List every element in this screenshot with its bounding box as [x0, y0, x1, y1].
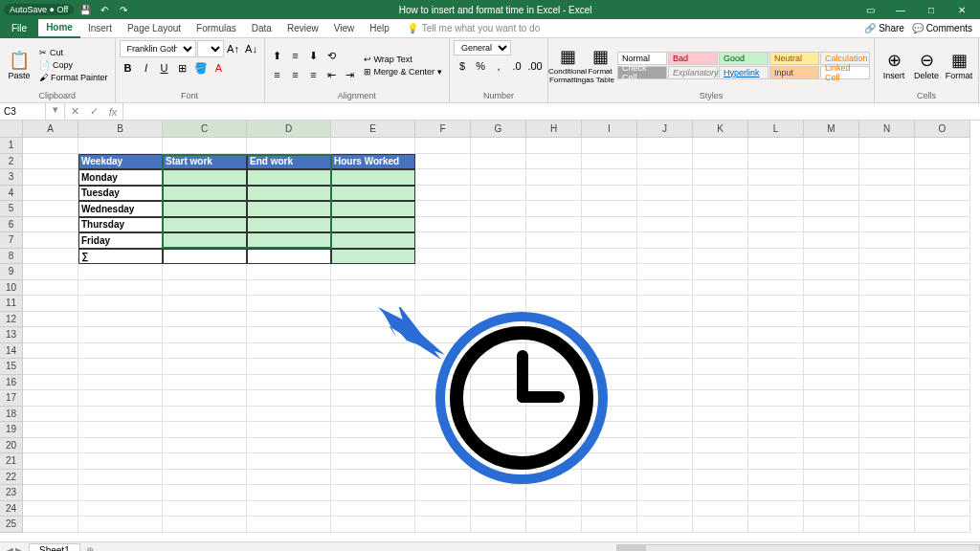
- cell-A19[interactable]: [23, 422, 78, 438]
- cell-I21[interactable]: [582, 453, 637, 470]
- cell-D23[interactable]: [247, 485, 331, 501]
- row-header-10[interactable]: 10: [0, 280, 23, 297]
- cell-O13[interactable]: [915, 327, 970, 343]
- cell-H1[interactable]: [526, 138, 582, 154]
- cell-J8[interactable]: [637, 249, 693, 265]
- cell-M1[interactable]: [804, 138, 859, 154]
- cell-C6[interactable]: [163, 217, 247, 233]
- tab-view[interactable]: View: [326, 19, 363, 38]
- row-header-16[interactable]: 16: [0, 375, 23, 391]
- style-explanatory[interactable]: Explanatory: [668, 66, 718, 79]
- cell-K19[interactable]: [693, 422, 748, 438]
- cell-J7[interactable]: [637, 232, 693, 249]
- row-header-17[interactable]: 17: [0, 390, 23, 407]
- cell-D2[interactable]: End work: [247, 154, 331, 170]
- cell-G4[interactable]: [471, 186, 526, 202]
- cell-C11[interactable]: [163, 296, 247, 312]
- cell-B9[interactable]: [78, 264, 163, 280]
- cell-C22[interactable]: [163, 470, 247, 486]
- cell-H7[interactable]: [526, 232, 582, 249]
- cell-O1[interactable]: [915, 138, 970, 154]
- cell-G21[interactable]: [471, 453, 526, 470]
- cell-G11[interactable]: [471, 296, 526, 312]
- comma-icon[interactable]: ,: [490, 57, 507, 75]
- cell-K14[interactable]: [693, 343, 748, 360]
- cell-J1[interactable]: [637, 138, 693, 154]
- cell-E5[interactable]: [331, 201, 415, 217]
- insert-function-icon[interactable]: fx: [103, 103, 122, 120]
- cell-N20[interactable]: [859, 438, 915, 454]
- cell-M3[interactable]: [804, 169, 859, 186]
- cell-M11[interactable]: [804, 296, 859, 312]
- col-header-L[interactable]: L: [748, 121, 804, 138]
- cell-I19[interactable]: [582, 422, 637, 438]
- cell-A2[interactable]: [23, 154, 78, 170]
- cell-L17[interactable]: [748, 390, 804, 407]
- cell-B24[interactable]: [78, 501, 163, 518]
- cell-E2[interactable]: Hours Worked: [331, 154, 415, 170]
- cell-H19[interactable]: [526, 422, 582, 438]
- col-header-G[interactable]: G: [471, 121, 526, 138]
- cell-H17[interactable]: [526, 390, 582, 407]
- tab-page-layout[interactable]: Page Layout: [120, 19, 189, 38]
- cell-M16[interactable]: [804, 375, 859, 391]
- percent-icon[interactable]: %: [472, 57, 489, 75]
- cell-L16[interactable]: [748, 375, 804, 391]
- col-header-H[interactable]: H: [526, 121, 582, 138]
- cell-I23[interactable]: [582, 485, 637, 501]
- cell-A22[interactable]: [23, 470, 78, 486]
- share-button[interactable]: 🔗 Share: [864, 23, 903, 33]
- wrap-text-button[interactable]: ↩ Wrap Text: [361, 54, 446, 65]
- cell-J5[interactable]: [637, 201, 693, 217]
- name-box[interactable]: C3: [0, 103, 46, 120]
- cell-B18[interactable]: [78, 407, 163, 423]
- number-format-select[interactable]: General: [454, 40, 511, 55]
- cell-H12[interactable]: [526, 312, 582, 328]
- sheet-nav-prev-icon[interactable]: ◀: [6, 545, 13, 552]
- cell-C3[interactable]: [163, 169, 247, 186]
- cell-L25[interactable]: [748, 517, 804, 533]
- cell-A24[interactable]: [23, 501, 78, 518]
- cell-C23[interactable]: [163, 485, 247, 501]
- cell-H3[interactable]: [526, 169, 582, 186]
- cell-O14[interactable]: [915, 343, 970, 360]
- row-header-4[interactable]: 4: [0, 186, 23, 202]
- cell-H13[interactable]: [526, 327, 582, 343]
- cell-G5[interactable]: [471, 201, 526, 217]
- cell-H14[interactable]: [526, 343, 582, 360]
- cell-J12[interactable]: [637, 312, 693, 328]
- orientation-icon[interactable]: ⟲: [323, 47, 341, 64]
- align-right-icon[interactable]: ≡: [305, 66, 323, 83]
- align-middle-icon[interactable]: ≡: [287, 47, 304, 64]
- cell-H2[interactable]: [526, 154, 582, 170]
- save-icon[interactable]: 💾: [78, 2, 93, 17]
- border-icon[interactable]: ⊞: [174, 59, 191, 77]
- cell-A17[interactable]: [23, 390, 78, 407]
- cell-O9[interactable]: [915, 264, 970, 280]
- cell-L22[interactable]: [748, 470, 804, 486]
- cancel-formula-icon[interactable]: ✕: [65, 103, 84, 120]
- cell-G1[interactable]: [471, 138, 526, 154]
- cell-H11[interactable]: [526, 296, 582, 312]
- cell-J4[interactable]: [637, 186, 693, 202]
- decrease-decimal-icon[interactable]: .00: [526, 57, 544, 75]
- cell-O7[interactable]: [915, 232, 970, 249]
- cell-E24[interactable]: [331, 501, 415, 518]
- redo-icon[interactable]: ↷: [116, 2, 131, 17]
- cell-J2[interactable]: [637, 154, 693, 170]
- cell-M5[interactable]: [804, 201, 859, 217]
- cell-C2[interactable]: Start work: [163, 154, 247, 170]
- row-header-24[interactable]: 24: [0, 501, 23, 518]
- cell-D16[interactable]: [247, 375, 331, 391]
- col-header-M[interactable]: M: [804, 121, 859, 138]
- cell-H22[interactable]: [526, 470, 582, 486]
- tab-review[interactable]: Review: [279, 19, 326, 38]
- cell-G9[interactable]: [471, 264, 526, 280]
- cell-G6[interactable]: [471, 217, 526, 233]
- cell-H23[interactable]: [526, 485, 582, 501]
- cell-M10[interactable]: [804, 280, 859, 297]
- add-sheet-button[interactable]: ⊕: [80, 545, 100, 552]
- ribbon-options-icon[interactable]: ▭: [856, 0, 884, 19]
- cell-K3[interactable]: [693, 169, 748, 186]
- cell-B17[interactable]: [78, 390, 163, 407]
